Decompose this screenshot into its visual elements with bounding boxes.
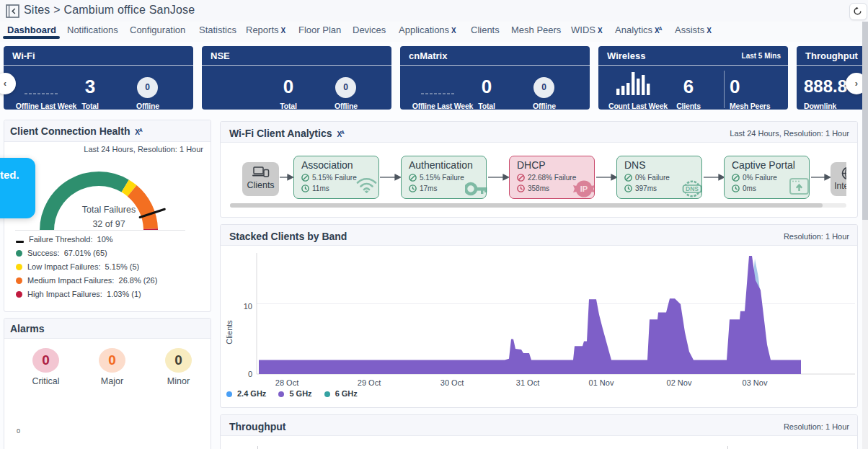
svg-text:02 Nov: 02 Nov (667, 378, 692, 387)
svg-text:0: 0 (248, 370, 252, 378)
svg-text:10: 10 (244, 302, 252, 311)
svg-text:28 Oct: 28 Oct (275, 378, 298, 387)
svg-text:IP: IP (580, 185, 588, 193)
svg-text:03 Nov: 03 Nov (743, 378, 768, 387)
svg-text:DNS: DNS (686, 185, 699, 192)
svg-text:01 Nov: 01 Nov (589, 378, 614, 387)
svg-text:29 Oct: 29 Oct (358, 378, 381, 387)
svg-text:31 Oct: 31 Oct (516, 378, 539, 387)
svg-text:Clients: Clients (225, 320, 234, 344)
svg-text:30 Oct: 30 Oct (440, 378, 464, 387)
